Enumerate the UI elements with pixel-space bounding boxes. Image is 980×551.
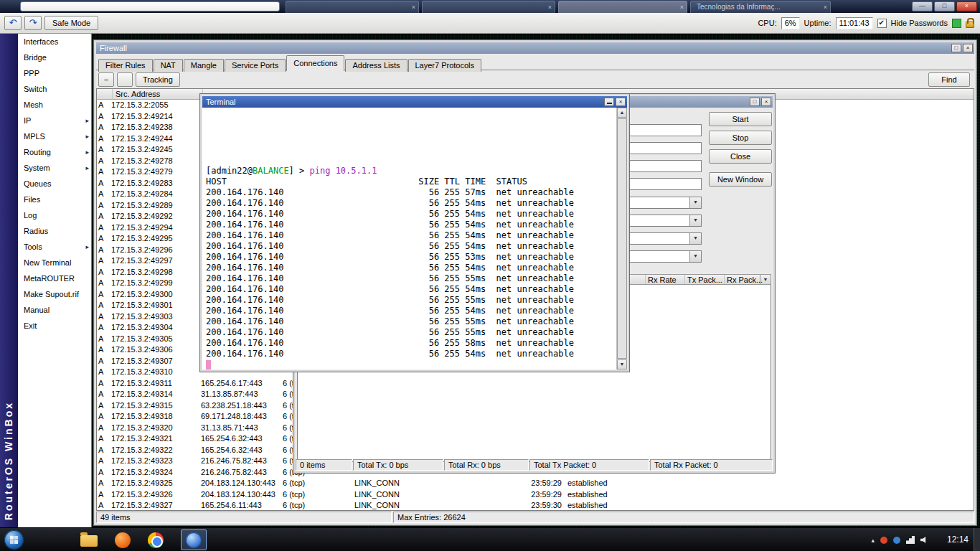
torch-column-rx-pack[interactable]: Rx Pack... bbox=[724, 275, 763, 284]
torch-column-tx-pack[interactable]: Tx Pack... bbox=[684, 275, 724, 284]
torch-combo[interactable]: ▼ bbox=[618, 197, 702, 209]
sidebar-item-label: Files bbox=[24, 195, 40, 204]
tab-close-icon[interactable]: × bbox=[548, 2, 552, 13]
browser-tab[interactable]: × bbox=[286, 1, 419, 13]
firewall-titlebar[interactable]: Firewall □ × bbox=[96, 42, 974, 54]
tab-layer7-protocols[interactable]: Layer7 Protocols bbox=[408, 59, 482, 72]
start-button[interactable]: Start bbox=[709, 112, 772, 126]
tab-mangle[interactable]: Mangle bbox=[184, 59, 224, 72]
terminal-output[interactable]: [admin22@BALANCE] > ping 10.5.1.1 HOST S… bbox=[202, 108, 616, 369]
sidebar-item-ip[interactable]: IP▸ bbox=[18, 113, 91, 128]
explorer-icon[interactable] bbox=[80, 535, 98, 547]
close-icon[interactable]: × bbox=[761, 98, 771, 106]
terminal-titlebar[interactable]: Terminal × bbox=[202, 96, 627, 108]
scroll-down-icon[interactable]: ▼ bbox=[617, 359, 627, 369]
tray-expand-icon[interactable]: ▴ bbox=[871, 537, 875, 544]
tab-address-lists[interactable]: Address Lists bbox=[345, 59, 407, 72]
browser-tab[interactable]: × bbox=[558, 1, 687, 13]
sidebar-item-metarouter[interactable]: MetaROUTER bbox=[18, 270, 91, 286]
src-address-header[interactable]: Src. Address bbox=[112, 89, 203, 99]
maximize-button[interactable]: □ bbox=[750, 98, 760, 106]
close-button[interactable]: Close bbox=[709, 149, 772, 164]
src-address-cell: 172.15.3.2:49327 bbox=[111, 500, 173, 510]
sidebar-item-mpls[interactable]: MPLS▸ bbox=[18, 128, 91, 144]
network-icon[interactable] bbox=[906, 536, 915, 544]
tab-close-icon[interactable]: × bbox=[680, 2, 684, 13]
maximize-button[interactable]: □ bbox=[951, 44, 961, 52]
sidebar-item-system[interactable]: System▸ bbox=[18, 160, 91, 176]
tray-icon[interactable] bbox=[880, 537, 887, 544]
torch-input[interactable] bbox=[618, 142, 702, 154]
torch-combo[interactable]: ▼ bbox=[618, 232, 702, 245]
sidebar-item-switch[interactable]: Switch bbox=[18, 81, 91, 97]
torch-input[interactable] bbox=[618, 124, 702, 136]
browser-icon[interactable] bbox=[115, 532, 131, 548]
hide-passwords-checkbox[interactable] bbox=[877, 19, 887, 28]
undo-icon[interactable]: ↶ bbox=[4, 16, 22, 30]
chrome-icon[interactable] bbox=[148, 532, 164, 548]
new-window-button[interactable]: New Window bbox=[709, 172, 772, 187]
tab-service-ports[interactable]: Service Ports bbox=[225, 59, 286, 72]
connection-flag: A bbox=[98, 211, 103, 222]
volume-icon[interactable] bbox=[920, 536, 928, 544]
torch-column-rx-rate[interactable]: Rx Rate bbox=[645, 275, 684, 284]
sidebar-item-queues[interactable]: Queues bbox=[18, 176, 91, 192]
filter-icon[interactable] bbox=[117, 72, 133, 87]
connection-row[interactable]: A172.15.3.2:49327165.254.6.11:4436 (tcp)… bbox=[97, 500, 974, 510]
sidebar-item-mesh[interactable]: Mesh bbox=[18, 97, 91, 113]
tab-connections[interactable]: Connections bbox=[286, 55, 344, 71]
sidebar-item-tools[interactable]: Tools▸ bbox=[18, 239, 91, 255]
clock[interactable]: 12:14 bbox=[947, 528, 969, 551]
remove-button[interactable]: − bbox=[98, 72, 114, 87]
scroll-up-icon[interactable]: ▲ bbox=[617, 108, 627, 118]
tray-icon[interactable] bbox=[893, 537, 900, 544]
find-button[interactable]: Find bbox=[928, 72, 970, 87]
safe-mode-button[interactable]: Safe Mode bbox=[44, 16, 98, 30]
dst-address-cell: 31.13.85.87:443 bbox=[201, 389, 258, 400]
tab-close-icon[interactable]: × bbox=[824, 2, 827, 13]
close-button[interactable]: × bbox=[956, 1, 977, 11]
dropdown-arrow-icon[interactable]: ▼ bbox=[689, 233, 701, 244]
sidebar-item-exit[interactable]: Exit bbox=[18, 318, 91, 334]
connection-row[interactable]: A172.15.3.2:49326204.183.124.130:4436 (t… bbox=[97, 489, 974, 500]
sidebar-item-make-supout-rif[interactable]: Make Supout.rif bbox=[18, 286, 91, 302]
sidebar-item-files[interactable]: Files bbox=[18, 192, 91, 207]
torch-input[interactable] bbox=[618, 160, 702, 172]
sidebar-item-bridge[interactable]: Bridge bbox=[18, 50, 91, 65]
sidebar-item-new-terminal[interactable]: New Terminal bbox=[18, 255, 91, 270]
winbox-taskbar-item[interactable] bbox=[181, 529, 207, 550]
tab-close-icon[interactable]: × bbox=[412, 2, 415, 13]
connection-row[interactable]: A172.15.3.2:49325204.183.124.130:4436 (t… bbox=[97, 478, 974, 489]
terminal-scrollbar[interactable]: ▲ ▼ bbox=[616, 108, 627, 369]
minimize-button[interactable]: — bbox=[912, 1, 933, 11]
sidebar-item-manual[interactable]: Manual bbox=[18, 302, 91, 318]
sidebar-item-radius[interactable]: Radius bbox=[18, 223, 91, 239]
scrollbar-thumb[interactable] bbox=[617, 118, 627, 359]
tab-filter-rules[interactable]: Filter Rules bbox=[98, 59, 153, 72]
dropdown-arrow-icon[interactable]: ▼ bbox=[689, 197, 701, 208]
close-icon[interactable]: × bbox=[963, 44, 973, 52]
sidebar-item-routing[interactable]: Routing▸ bbox=[18, 144, 91, 160]
dropdown-arrow-icon[interactable]: ▼ bbox=[689, 215, 701, 226]
sidebar-item-interfaces[interactable]: Interfaces bbox=[18, 34, 91, 50]
browser-tab[interactable]: × bbox=[422, 1, 555, 13]
close-icon[interactable]: × bbox=[616, 98, 626, 106]
maximize-button[interactable]: □ bbox=[934, 1, 955, 11]
dropdown-arrow-icon[interactable]: ▼ bbox=[689, 251, 701, 262]
sidebar-item-ppp[interactable]: PPP bbox=[18, 65, 91, 81]
terminal-window: Terminal × [admin22@BALANCE] > ping 10.5… bbox=[199, 93, 630, 372]
show-desktop-button[interactable] bbox=[974, 528, 980, 551]
start-button[interactable] bbox=[4, 530, 24, 550]
torch-combo[interactable]: ▼ bbox=[618, 215, 702, 227]
redo-icon[interactable]: ↷ bbox=[24, 16, 42, 30]
browser-tab[interactable]: Tecnologias da Informaç...× bbox=[690, 1, 831, 13]
sidebar-item-log[interactable]: Log bbox=[18, 207, 91, 223]
minimize-button[interactable] bbox=[604, 98, 614, 106]
tracking-button[interactable]: Tracking bbox=[136, 72, 180, 87]
tab-nat[interactable]: NAT bbox=[154, 59, 183, 72]
torch-combo[interactable]: ▼ bbox=[618, 250, 702, 263]
browser-tab-title: Tecnologias da Informaç... bbox=[697, 3, 781, 11]
torch-input[interactable] bbox=[618, 178, 702, 190]
brand-text: RouterOS WinBox bbox=[3, 401, 14, 520]
stop-button[interactable]: Stop bbox=[709, 131, 772, 145]
